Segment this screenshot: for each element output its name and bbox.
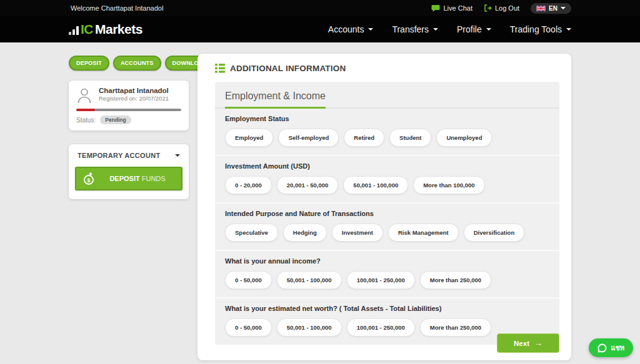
option-amount-4[interactable]: More than 100,000 bbox=[413, 176, 484, 194]
user-info-card: Charttapat Intanadol Registered on: 20/0… bbox=[69, 81, 189, 130]
nav-item-label: Transfers bbox=[392, 24, 429, 34]
funds-word: FUNDS bbox=[140, 175, 166, 182]
verification-progress-bar bbox=[76, 109, 181, 111]
screen: Welcome Charttapat Intanadol Live Chat L… bbox=[0, 0, 640, 364]
option-unemployed[interactable]: Unemployed bbox=[436, 129, 492, 147]
deposit-funds-button[interactable]: $ DEPOSIT FUNDS bbox=[75, 167, 182, 190]
nav-item-label: Profile bbox=[457, 24, 482, 34]
option-income-3[interactable]: 100,001 - 250,000 bbox=[347, 271, 415, 289]
deposit-word: DEPOSIT bbox=[109, 175, 139, 182]
user-name: Charttapat Intanadol bbox=[99, 87, 181, 94]
nav-item-label: Accounts bbox=[328, 24, 364, 34]
live-chat-label: Live Chat bbox=[443, 4, 472, 12]
topbar-actions: Live Chat Log Out EN bbox=[431, 3, 571, 14]
deposit-quick-button[interactable]: DEPOSIT bbox=[69, 56, 109, 71]
option-risk-management[interactable]: Risk Management bbox=[388, 224, 459, 242]
arrow-right-icon: → bbox=[534, 339, 542, 347]
chevron-down-icon bbox=[175, 154, 180, 157]
option-employed[interactable]: Employed bbox=[225, 129, 273, 147]
status-label: Status: bbox=[76, 117, 96, 124]
panel-head: Employment & Income bbox=[215, 82, 559, 109]
chevron-down-icon bbox=[368, 28, 373, 31]
section-label: Investment Amount (USD) bbox=[225, 162, 549, 170]
option-pills: 0 - 20,000 20,001 - 50,000 50,001 - 100,… bbox=[225, 176, 549, 194]
bar-chart-logo-icon bbox=[69, 26, 79, 37]
account-title: TEMPORARY ACCOUNT bbox=[78, 152, 160, 159]
account-selector[interactable]: TEMPORARY ACCOUNT bbox=[75, 152, 182, 159]
live-chat-link[interactable]: Live Chat bbox=[431, 4, 472, 12]
nav-item-trading-tools[interactable]: Trading Tools bbox=[510, 24, 571, 34]
option-income-1[interactable]: 0 - 50,000 bbox=[225, 271, 272, 289]
section-employment-status: Employment Status Employed Self-employed… bbox=[215, 109, 559, 155]
quick-buttons: DEPOSIT ACCOUNTS DOWNLOADS bbox=[69, 56, 189, 71]
section-investment-amount: Investment Amount (USD) 0 - 20,000 20,00… bbox=[215, 155, 559, 202]
chat-bubble-outline-icon bbox=[598, 343, 607, 353]
chat-widget-button[interactable]: แชท bbox=[589, 338, 633, 357]
section-label: What is your estimated net worth? ( Tota… bbox=[225, 305, 549, 312]
chevron-down-icon bbox=[566, 28, 571, 31]
option-speculative[interactable]: Speculative bbox=[225, 224, 278, 242]
language-label: EN bbox=[549, 5, 558, 12]
option-pills: 0 - 50,000 50,001 - 100,000 100,001 - 25… bbox=[225, 271, 549, 289]
option-networth-1[interactable]: 0 - 50,000 bbox=[225, 318, 272, 337]
option-pills: Speculative Hedging Investment Risk Mana… bbox=[225, 224, 549, 242]
option-investment[interactable]: Investment bbox=[332, 224, 383, 242]
chat-bubble-icon bbox=[431, 4, 440, 12]
nav-item-profile[interactable]: Profile bbox=[457, 24, 491, 34]
deposit-funds-label: DEPOSIT FUNDS bbox=[100, 175, 175, 182]
section-intended-purpose: Intended Purpose and Nature of Transacti… bbox=[215, 202, 559, 250]
logo-ic-text: IC bbox=[81, 22, 93, 37]
section-label: What is your annual income? bbox=[225, 257, 549, 265]
option-networth-4[interactable]: More than 250,000 bbox=[420, 318, 491, 337]
option-income-4[interactable]: More than 250,000 bbox=[420, 271, 491, 289]
log-out-link[interactable]: Log Out bbox=[484, 4, 519, 12]
accounts-quick-button[interactable]: ACCOUNTS bbox=[113, 56, 161, 71]
logo-markets-text: Markets bbox=[95, 22, 142, 37]
option-networth-2[interactable]: 50,001 - 100,000 bbox=[277, 318, 342, 337]
panel-title: Employment & Income bbox=[225, 91, 326, 109]
avatar-icon bbox=[76, 87, 92, 104]
log-out-label: Log Out bbox=[495, 4, 519, 12]
option-networth-3[interactable]: 100,001 - 250,000 bbox=[347, 318, 415, 337]
employment-income-panel: Employment & Income Employment Status Em… bbox=[215, 82, 559, 345]
option-amount-3[interactable]: 50,001 - 100,000 bbox=[343, 176, 408, 194]
sidebar: DEPOSIT ACCOUNTS DOWNLOADS Charttapat In… bbox=[69, 56, 189, 199]
next-label: Next bbox=[514, 340, 529, 347]
nav-item-transfers[interactable]: Transfers bbox=[392, 24, 438, 34]
chevron-down-icon bbox=[433, 28, 438, 31]
ic-markets-logo[interactable]: IC Markets bbox=[69, 22, 142, 37]
option-amount-2[interactable]: 20,001 - 50,000 bbox=[277, 176, 339, 194]
section-annual-income: What is your annual income? 0 - 50,000 5… bbox=[215, 250, 559, 297]
option-amount-1[interactable]: 0 - 20,000 bbox=[225, 176, 272, 194]
chevron-down-icon bbox=[486, 28, 491, 31]
additional-information-card: ADDITIONAL INFORMATION Employment & Inco… bbox=[198, 54, 571, 360]
nav-menu: Accounts Transfers Profile Trading Tools bbox=[328, 24, 571, 34]
next-button[interactable]: Next → bbox=[497, 333, 559, 353]
option-hedging[interactable]: Hedging bbox=[283, 224, 327, 242]
uk-flag-icon bbox=[536, 6, 546, 11]
welcome-text: Welcome Charttapat Intanadol bbox=[71, 4, 163, 12]
registered-date: Registered on: 20/07/2021 bbox=[99, 95, 181, 102]
option-student[interactable]: Student bbox=[389, 129, 431, 147]
section-label: Intended Purpose and Nature of Transacti… bbox=[225, 210, 549, 217]
main-navbar: IC Markets Accounts Transfers Profile Tr… bbox=[0, 16, 640, 42]
temporary-account-card: TEMPORARY ACCOUNT $ DEPOSIT FUNDS bbox=[69, 144, 189, 199]
log-out-icon bbox=[484, 4, 492, 12]
chevron-down-icon bbox=[561, 7, 566, 9]
language-selector[interactable]: EN bbox=[531, 3, 571, 14]
page-title: ADDITIONAL INFORMATION bbox=[230, 64, 346, 73]
option-self-employed[interactable]: Self-employed bbox=[278, 129, 339, 147]
top-utility-bar: Welcome Charttapat Intanadol Live Chat L… bbox=[0, 0, 640, 16]
section-label: Employment Status bbox=[225, 115, 549, 122]
option-retired[interactable]: Retired bbox=[344, 129, 384, 147]
list-icon bbox=[215, 64, 225, 73]
main-header: ADDITIONAL INFORMATION bbox=[198, 54, 571, 73]
option-pills: Employed Self-employed Retired Student U… bbox=[225, 129, 549, 147]
chat-widget-label: แชท bbox=[611, 342, 624, 353]
progress-fill bbox=[76, 109, 95, 111]
nav-item-accounts[interactable]: Accounts bbox=[328, 24, 374, 34]
nav-item-label: Trading Tools bbox=[510, 24, 562, 34]
option-diversification[interactable]: Diversification bbox=[464, 224, 524, 242]
status-badge: Pending bbox=[100, 116, 131, 124]
option-income-2[interactable]: 50,001 - 100,000 bbox=[277, 271, 342, 289]
